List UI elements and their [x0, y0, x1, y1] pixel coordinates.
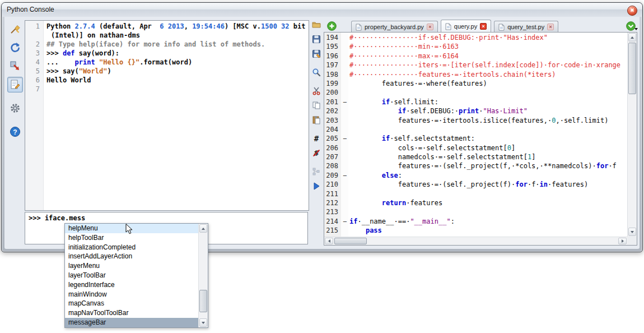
file-icon: [356, 24, 362, 31]
arrow-right-icon: [622, 239, 624, 243]
console-line: 1Python 2.7.4 (default, Apr 6 2013, 19:5…: [25, 22, 309, 31]
editor-line-text: [348, 126, 349, 133]
scroll-up-button[interactable]: [199, 224, 207, 233]
editor-tab[interactable]: query_test.py×: [494, 21, 558, 33]
line-number: 199: [324, 79, 341, 88]
tab-close-icon[interactable]: ×: [427, 24, 433, 30]
help-button[interactable]: ?: [7, 124, 23, 140]
code-token: [164, 22, 168, 30]
new-script-button[interactable]: [327, 21, 337, 31]
paste-button[interactable]: [311, 115, 322, 127]
code-token: ## Type help(iface) for more info and li…: [46, 40, 265, 48]
code-token: 19:54:46: [192, 22, 225, 30]
fold-marker-icon[interactable]: −: [341, 134, 348, 143]
code-token: #················iters·=·[iter(self.inde…: [349, 61, 620, 69]
copy-button[interactable]: [311, 101, 322, 112]
autocomplete-item[interactable]: messageBar: [65, 318, 198, 327]
editor-line-text: features·=·(self._project(f,·*cols,·**na…: [348, 162, 617, 170]
autocomplete-item[interactable]: initializationCompleted: [65, 243, 198, 252]
uncomment-icon: #: [312, 149, 321, 160]
autocomplete-item[interactable]: mapNavToolToolBar: [65, 308, 198, 318]
save-button[interactable]: [311, 35, 322, 46]
find-text-button[interactable]: [311, 68, 322, 79]
tab-close-icon[interactable]: ×: [547, 24, 554, 30]
window-titlebar[interactable]: Python Console ✕: [2, 3, 642, 17]
settings-button[interactable]: [7, 100, 23, 116]
console-input-text: >>> iface.mess: [29, 214, 85, 222]
scroll-left-button[interactable]: [325, 238, 333, 244]
fold-marker-icon[interactable]: −: [341, 171, 348, 180]
editor-line: 197#················iters·=·[iter(self.i…: [324, 61, 627, 70]
code-token: if: [382, 135, 390, 142]
editor-tabs: property_backyard.py×query.py×query_test…: [351, 20, 561, 33]
code-token: ...: [46, 58, 75, 66]
editor-line: 198#················features·=·itertools…: [324, 70, 627, 79]
arrow-left-icon: [328, 239, 330, 243]
console-line: 2## Type help(iface) for more info and l…: [25, 40, 309, 49]
svg-text:?: ?: [13, 128, 17, 136]
scrollbar-corner: [627, 237, 637, 245]
editor-tab[interactable]: property_backyard.py×: [351, 21, 438, 33]
mouse-cursor: [125, 224, 133, 237]
horizontal-scroll-thumb[interactable]: [334, 238, 367, 244]
object-inspector-icon: [312, 167, 321, 178]
run-command-button[interactable]: [7, 40, 23, 55]
code-token: "Hello {}": [99, 58, 139, 66]
autocomplete-item[interactable]: mainWindow: [65, 290, 198, 299]
file-icon: [498, 24, 505, 31]
fold-marker-icon[interactable]: −: [341, 98, 348, 107]
code-token: [277, 22, 281, 30]
line-number: 200: [324, 88, 341, 97]
editor-line-text: [348, 190, 349, 198]
save-as-button[interactable]: [311, 49, 322, 61]
scroll-down-button[interactable]: [199, 318, 207, 327]
autocomplete-item[interactable]: mapCanvas: [65, 299, 198, 308]
editor-panel[interactable]: 194#················if·self.DEBUG:·print…: [324, 32, 637, 246]
console-line-text: >>> say("World"): [43, 67, 111, 75]
editor-vertical-scrollbar[interactable]: [627, 33, 637, 237]
code-token: 6: [160, 22, 164, 30]
code-token: ,: [184, 22, 192, 30]
code-token: in: [540, 181, 548, 188]
line-number: 211: [324, 189, 341, 198]
line-number: 203: [324, 116, 341, 125]
editor-tab[interactable]: query.py×: [441, 20, 491, 33]
code-token: "World": [79, 67, 108, 75]
code-token: if: [349, 218, 357, 225]
code-token: #················min·=·6163: [349, 43, 459, 50]
autocomplete-item[interactable]: insertAddLayerAction: [65, 252, 198, 261]
autocomplete-item[interactable]: legendInterface: [65, 280, 198, 290]
run-script-button[interactable]: [311, 182, 322, 193]
code-token: ·features): [548, 181, 588, 188]
tab-close-icon[interactable]: ×: [480, 23, 487, 30]
tab-label: property_backyard.py: [365, 24, 424, 30]
scroll-down-button[interactable]: [628, 228, 636, 236]
autocomplete-scroll-thumb[interactable]: [199, 290, 207, 312]
cut-button[interactable]: [311, 86, 322, 98]
object-inspector-button[interactable]: [311, 167, 322, 178]
console-line-text: ## Type help(iface) for more info and li…: [43, 40, 265, 48]
console-line: 3>>> def say(word):: [25, 49, 309, 58]
show-editor-button[interactable]: [7, 77, 23, 92]
open-file-icon: [312, 20, 321, 31]
editor-horizontal-scrollbar[interactable]: [324, 237, 627, 245]
fold-marker-icon[interactable]: −: [341, 217, 348, 226]
autocomplete-item[interactable]: layerMenu: [65, 261, 198, 271]
autocomplete-scrollbar[interactable]: [198, 224, 208, 327]
comment-button[interactable]: #: [311, 134, 322, 145]
line-number: 7: [25, 85, 43, 94]
uncomment-button[interactable]: #: [311, 149, 322, 160]
vertical-scroll-thumb[interactable]: [628, 43, 636, 94]
open-file-button[interactable]: [311, 20, 322, 31]
scroll-up-button[interactable]: [628, 33, 636, 41]
scroll-right-button[interactable]: [618, 238, 627, 244]
code-token: 1500: [261, 22, 277, 30]
show-editor-icon: [10, 79, 21, 90]
import-class-button[interactable]: [7, 58, 23, 74]
console-output-panel[interactable]: 1Python 2.7.4 (default, Apr 6 2013, 19:5…: [25, 20, 309, 211]
window-close-button[interactable]: ✕: [627, 6, 637, 16]
file-icon: [445, 23, 451, 30]
tab-list-button[interactable]: [626, 21, 636, 31]
clear-console-button[interactable]: [7, 21, 23, 37]
autocomplete-item[interactable]: layerToolBar: [65, 271, 198, 280]
